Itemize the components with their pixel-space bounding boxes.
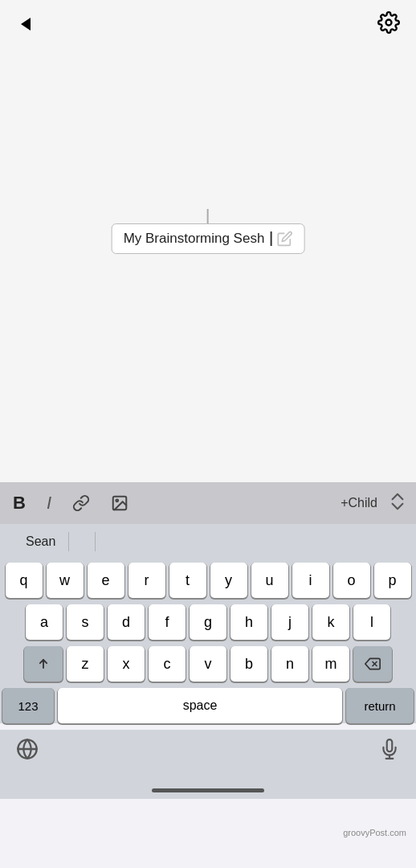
image-button[interactable] xyxy=(108,491,132,515)
key-l[interactable]: l xyxy=(353,604,390,640)
key-g[interactable]: g xyxy=(190,604,226,640)
key-t[interactable]: t xyxy=(169,563,206,598)
text-cursor xyxy=(270,231,271,246)
settings-button[interactable] xyxy=(374,10,403,39)
key-row-2: a s d f g h j k l xyxy=(2,604,414,640)
key-w[interactable]: w xyxy=(47,563,84,598)
key-f[interactable]: f xyxy=(149,604,186,640)
key-h[interactable]: h xyxy=(230,604,267,640)
link-icon xyxy=(72,494,90,512)
autocomplete-divider-1 xyxy=(68,532,69,551)
bottom-bar xyxy=(0,730,416,772)
key-b[interactable]: b xyxy=(230,646,267,682)
key-y[interactable]: y xyxy=(210,563,247,598)
key-z[interactable]: z xyxy=(67,646,104,682)
key-c[interactable]: c xyxy=(149,646,186,682)
collapse-icon xyxy=(389,493,406,510)
watermark: groovyPost.com xyxy=(343,828,406,837)
key-rows: q w e r t y u i o p a s d f g h j k l xyxy=(0,559,416,723)
key-i[interactable]: i xyxy=(292,563,329,598)
link-button[interactable] xyxy=(69,491,93,515)
microphone-button[interactable] xyxy=(379,739,400,763)
back-button[interactable] xyxy=(13,11,39,37)
key-row-4: 123 space return xyxy=(2,688,414,723)
key-j[interactable]: j xyxy=(271,604,308,640)
globe-icon xyxy=(16,738,39,760)
gear-icon xyxy=(377,11,400,37)
svg-point-2 xyxy=(116,499,118,502)
globe-button[interactable] xyxy=(16,738,39,764)
key-a[interactable]: a xyxy=(26,604,63,640)
toolbar-right: +Child xyxy=(341,493,406,514)
key-r[interactable]: r xyxy=(128,563,165,598)
home-indicator-row xyxy=(0,772,416,799)
shift-key[interactable] xyxy=(24,646,63,682)
key-s[interactable]: s xyxy=(67,604,104,640)
key-row-3: z x c v b n m xyxy=(2,646,414,682)
add-child-button[interactable]: +Child xyxy=(341,496,377,510)
keyboard-area: q w e r t y u i o p a s d f g h j k l xyxy=(0,559,416,723)
return-key[interactable]: return xyxy=(346,688,414,723)
key-m[interactable]: m xyxy=(312,646,349,682)
key-n[interactable]: n xyxy=(271,646,308,682)
backspace-key[interactable] xyxy=(353,646,392,682)
autocomplete-row: Sean xyxy=(0,524,416,559)
key-u[interactable]: u xyxy=(251,563,288,598)
key-e[interactable]: e xyxy=(88,563,124,598)
collapse-button[interactable] xyxy=(389,493,406,514)
home-bar xyxy=(152,788,264,792)
node-container: My Brainstorming Sesh xyxy=(112,209,305,254)
key-k[interactable]: k xyxy=(312,604,349,640)
node-text: My Brainstorming Sesh xyxy=(124,231,265,247)
bold-button[interactable]: B xyxy=(10,489,29,517)
key-q[interactable]: q xyxy=(6,563,43,598)
header xyxy=(0,0,416,48)
mic-icon xyxy=(379,739,400,760)
space-key[interactable]: space xyxy=(58,688,342,723)
shift-icon xyxy=(35,656,51,672)
key-p[interactable]: p xyxy=(374,563,411,598)
number-key[interactable]: 123 xyxy=(2,688,54,723)
backspace-icon xyxy=(365,656,381,672)
key-o[interactable]: o xyxy=(333,563,370,598)
key-x[interactable]: x xyxy=(108,646,145,682)
key-v[interactable]: v xyxy=(190,646,226,682)
italic-button[interactable]: I xyxy=(43,489,55,517)
canvas-area: My Brainstorming Sesh xyxy=(0,0,416,482)
node-connector xyxy=(207,209,209,223)
svg-point-0 xyxy=(386,20,392,26)
node-box[interactable]: My Brainstorming Sesh xyxy=(112,223,305,254)
pencil-icon xyxy=(276,231,292,247)
autocomplete-divider-2 xyxy=(95,532,96,551)
image-icon xyxy=(111,494,128,512)
toolbar-left: B I xyxy=(10,489,132,517)
back-chevron-icon xyxy=(21,18,31,31)
formatting-toolbar: B I +Child xyxy=(0,482,416,524)
key-row-1: q w e r t y u i o p xyxy=(2,563,414,598)
key-d[interactable]: d xyxy=(108,604,145,640)
autocomplete-word-1[interactable]: Sean xyxy=(13,534,68,549)
